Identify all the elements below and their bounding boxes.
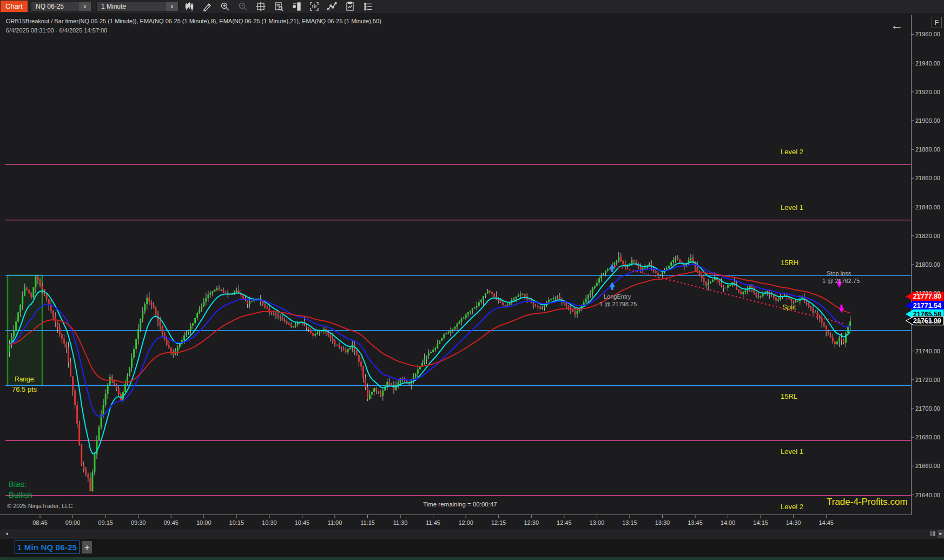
candle-body — [268, 308, 270, 312]
candle-body — [633, 260, 635, 262]
candle-body — [107, 385, 109, 394]
candle-body — [388, 382, 390, 385]
tab-1min-nq[interactable]: 1 Min NQ 06-25 — [15, 541, 80, 554]
candle-body — [672, 260, 674, 262]
candle-body — [808, 304, 809, 307]
candle-body — [821, 319, 823, 323]
time-tick-label: 13:15 — [622, 519, 637, 526]
candle-body — [273, 313, 274, 314]
candle-body — [26, 288, 28, 289]
candle-body — [592, 288, 593, 293]
candle-body — [35, 276, 36, 287]
candle-body — [738, 289, 740, 292]
price-tick-label: 21900.00 — [915, 117, 940, 124]
candle-body — [13, 330, 15, 337]
candle-body — [557, 297, 558, 298]
candle-body — [447, 332, 449, 333]
candle-body — [841, 338, 842, 340]
candle-body — [542, 308, 543, 309]
candle-body — [299, 323, 301, 324]
candle-body — [744, 291, 746, 292]
candle-body — [692, 258, 694, 261]
candle-body — [380, 393, 381, 396]
candle-body — [280, 317, 281, 317]
candle-body — [520, 294, 521, 295]
candle-body — [160, 321, 161, 326]
candle-body — [434, 348, 436, 350]
candle-body — [341, 347, 342, 348]
candle-body — [587, 295, 589, 299]
candle-body — [830, 335, 831, 338]
candle-body — [679, 259, 681, 262]
candle-body — [278, 315, 279, 317]
candle-body — [644, 267, 646, 268]
split-trail-line — [615, 266, 844, 324]
candle-body — [502, 302, 504, 305]
chart-canvas[interactable]: 21777.8021771.5421765.5821761.00 — [0, 0, 944, 560]
back-arrow-button[interactable]: ← — [890, 18, 903, 32]
candle-body — [295, 325, 296, 326]
candle-body — [223, 290, 225, 293]
candle-body — [775, 298, 777, 301]
time-tick-label: 12:15 — [491, 519, 506, 526]
candle-body — [111, 377, 113, 380]
candle-body — [85, 469, 87, 474]
candle-body — [498, 300, 499, 301]
candle-body — [270, 313, 272, 313]
candle-body — [677, 258, 678, 259]
add-tab-button[interactable]: + — [82, 541, 92, 554]
candle-body — [188, 330, 189, 333]
candle-body — [701, 275, 703, 278]
candle-body — [834, 341, 836, 344]
candle-body — [618, 257, 619, 261]
price-tick-label: 21720.00 — [915, 377, 940, 383]
candle-body — [417, 370, 419, 374]
candle-body — [797, 301, 798, 302]
candle-body — [329, 335, 331, 338]
candle-body — [513, 299, 514, 300]
time-tick-label: 09:45 — [163, 519, 179, 526]
level-label-level1-lower: Level 1 — [781, 447, 803, 456]
candle-body — [297, 323, 299, 325]
candle-body — [605, 271, 606, 274]
scrollbar-grip-icon[interactable] — [929, 531, 936, 537]
candle-body — [266, 307, 268, 308]
scroll-left-icon[interactable]: ◄ — [3, 530, 10, 537]
candle-body — [533, 303, 534, 306]
candle-body — [815, 312, 816, 313]
time-tick-label: 10:00 — [196, 519, 212, 526]
candle-body — [336, 345, 338, 345]
candle-body — [42, 286, 43, 289]
horizontal-scrollbar[interactable]: ◄ ► — [0, 529, 944, 539]
candle-body — [454, 327, 456, 329]
candle-body — [358, 355, 360, 361]
stop-loss-detail: 1 @ 21762.75 — [822, 278, 860, 284]
candle-body — [725, 288, 727, 288]
candle-body — [544, 306, 545, 308]
candle-body — [594, 286, 596, 288]
candle-body — [500, 300, 501, 302]
candle-body — [219, 288, 220, 290]
candle-body — [443, 334, 445, 338]
scroll-right-icon[interactable]: ► — [938, 530, 944, 538]
candle-body — [450, 330, 451, 332]
candle-body — [489, 291, 491, 292]
candle-body — [356, 350, 358, 355]
candle-body — [504, 305, 506, 306]
candle-body — [28, 290, 30, 293]
time-tick-label: 14:30 — [786, 519, 801, 526]
candle-body — [91, 472, 93, 491]
candle-body — [306, 325, 307, 327]
candle-body — [153, 305, 154, 307]
candle-body — [509, 303, 510, 305]
candle-body — [190, 326, 192, 330]
candle-body — [199, 309, 200, 313]
axis-settings-button[interactable]: F — [932, 17, 942, 28]
candle-body — [65, 344, 67, 347]
candle-body — [506, 305, 508, 306]
candle-body — [378, 391, 379, 393]
candle-body — [690, 258, 691, 260]
candle-body — [430, 352, 432, 353]
bias-label: Bias: — [9, 479, 27, 489]
candle-body — [312, 333, 314, 336]
